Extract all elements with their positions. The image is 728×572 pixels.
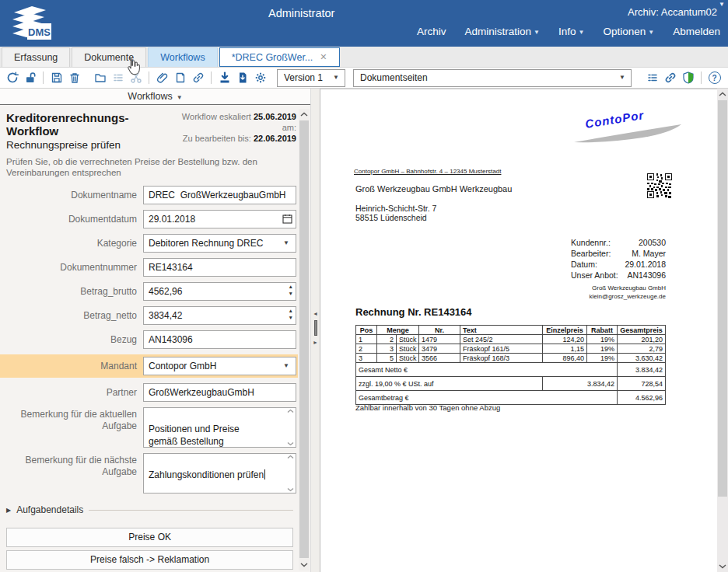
- chevron-down-icon: ▼: [619, 74, 625, 81]
- collapse-left-icon[interactable]: ◄: [313, 311, 318, 316]
- number-stepper[interactable]: ▲▼: [289, 284, 293, 296]
- download-icon[interactable]: [215, 68, 233, 87]
- field-label: Partner: [6, 387, 137, 398]
- scrollbar-thumb[interactable]: [718, 100, 727, 497]
- link-document-icon[interactable]: [661, 68, 679, 87]
- datum-value: 29.01.2018: [625, 259, 666, 270]
- field-label: Bezug: [6, 334, 137, 345]
- close-tab-icon[interactable]: ✕: [320, 52, 327, 62]
- refresh-icon[interactable]: [3, 68, 21, 87]
- invoice-header-row: Pos Menge Nr. Text Einzelpreis Rabatt Ge…: [356, 326, 666, 335]
- scroll-up-icon[interactable]: [717, 89, 728, 99]
- menu-abmelden[interactable]: Abmelden: [673, 26, 720, 37]
- bemerkung-aktuell-textarea[interactable]: Positionen und Preise gemäß Bestellung: [143, 407, 296, 448]
- bemerkung-naechste-textarea[interactable]: Zahlungskonditionen prüfen: [143, 453, 296, 494]
- note-icon[interactable]: [171, 68, 189, 87]
- kategorie-select[interactable]: Debitoren Rechnung DREC ▼: [143, 234, 296, 253]
- field-label: Kategorie: [6, 238, 137, 249]
- field-row-kategorie: Kategorie Debitoren Rechnung DREC ▼: [6, 234, 296, 253]
- panel-scrollbar[interactable]: [299, 109, 310, 570]
- field-row-bemerkung-naechste: Bemerkung für die nächste Aufgabe Zahlun…: [6, 453, 296, 494]
- workflow-title: Kreditorenrechnungs-Workflow: [6, 111, 173, 138]
- invoice-item-row: 12Stück1479Set 245/2124,2019%201,20: [356, 335, 666, 344]
- menu-archiv[interactable]: Archiv: [417, 26, 446, 37]
- link-icon[interactable]: [189, 68, 207, 87]
- folder-icon[interactable]: [91, 68, 109, 87]
- step-down-icon: ▼: [289, 316, 293, 320]
- partner-input[interactable]: [143, 383, 296, 402]
- qr-code: [647, 173, 672, 198]
- calendar-icon[interactable]: [282, 214, 292, 224]
- chevron-down-icon: ▼: [333, 74, 339, 81]
- workflow-description: Prüfen Sie, ob die verrechneten Preise d…: [6, 156, 285, 178]
- workflow-deadlines: Workflow eskaliert 25.06.2019 am: Zu bea…: [173, 111, 296, 151]
- export-document-icon[interactable]: [233, 68, 251, 87]
- task-details-expander[interactable]: ▶ Aufgabendetails: [6, 504, 296, 515]
- cut-icon[interactable]: [127, 68, 145, 87]
- view-mode-select[interactable]: Dokumentseiten ▼: [353, 69, 632, 87]
- preise-ok-button[interactable]: Preise OK: [6, 528, 293, 547]
- unlock-icon[interactable]: [21, 68, 39, 87]
- tab-dokumente[interactable]: Dokumente: [72, 47, 146, 67]
- scroll-up-icon[interactable]: [287, 455, 294, 459]
- scroll-down-icon[interactable]: [287, 441, 294, 446]
- shield-icon[interactable]: [679, 68, 697, 87]
- invoice-summary-ust: zzgl. 19,00 % € USt. auf 3.834,42 728,54: [356, 377, 666, 391]
- number-stepper[interactable]: ▲▼: [289, 309, 293, 320]
- dokumentname-input[interactable]: [143, 186, 296, 204]
- dms-logo: DMS: [6, 2, 54, 44]
- panel-splitter[interactable]: ◄ ►: [310, 89, 320, 572]
- toolbar-divider: [43, 72, 44, 84]
- field-row-dokumentnummer: Dokumentnummer: [6, 258, 296, 277]
- bezug-input[interactable]: [143, 330, 296, 349]
- attachment-icon[interactable]: [153, 68, 171, 87]
- document-scrollbar[interactable]: [717, 89, 728, 572]
- field-row-bemerkung-aktuell: Bemerkung für die aktuellen Aufgabe Posi…: [6, 407, 296, 448]
- dokumentnummer-input[interactable]: [143, 258, 296, 277]
- scrollbar-thumb[interactable]: [299, 120, 309, 558]
- tab-erfassung[interactable]: Erfassung: [2, 47, 70, 67]
- scroll-up-icon[interactable]: [287, 409, 294, 413]
- workflow-heading: Kreditorenrechnungs-Workflow Rechnungspr…: [6, 111, 173, 151]
- invoice-summary-netto: Gesamt Netto € 3.834,42: [356, 363, 666, 377]
- invoice-summary-gesamt: Gesamtbetrag € 4.562,96: [356, 391, 666, 405]
- betrag-netto-input[interactable]: [143, 306, 296, 325]
- contopor-logo: ContoPor: [571, 102, 695, 148]
- collapse-right-icon[interactable]: ►: [313, 340, 318, 345]
- scroll-up-icon[interactable]: [299, 109, 310, 120]
- preise-falsch-button[interactable]: Preise falsch -> Reklamation: [6, 550, 293, 570]
- scroll-down-icon[interactable]: [287, 487, 294, 492]
- dokumentdatum-input[interactable]: [143, 210, 296, 228]
- collapse-header-icon[interactable]: ▼: [719, 1, 725, 8]
- tab-open-document[interactable]: *DREC GroßWer... ✕: [219, 47, 340, 67]
- main-menu: Archiv Administration▼ Info▼ Optionen▼ A…: [417, 26, 720, 37]
- mandant-select[interactable]: Contopor GmbH ▼: [143, 357, 296, 375]
- scroll-down-icon[interactable]: [717, 561, 728, 572]
- splitter-grip[interactable]: [314, 320, 317, 336]
- index-list-icon[interactable]: [643, 68, 661, 87]
- help-icon[interactable]: ?: [705, 68, 723, 87]
- field-row-partner: Partner: [6, 383, 296, 402]
- document-preview: ContoPor Contopor GmbH – Bahnhofstr. 4 –…: [320, 89, 717, 572]
- settings-icon[interactable]: [251, 68, 269, 87]
- field-row-bezug: Bezug: [6, 330, 296, 349]
- text-caret: [264, 469, 265, 480]
- tab-workflows[interactable]: Workflows: [148, 47, 217, 67]
- checklist-icon[interactable]: [109, 68, 127, 87]
- scroll-down-icon[interactable]: [299, 560, 310, 570]
- field-label: Mandant: [6, 361, 137, 371]
- delete-icon[interactable]: [65, 68, 83, 87]
- recipient-company: Groß Werkzeugbau GmbH Werkzeugbau: [355, 184, 512, 194]
- version-select[interactable]: Version 1 ▼: [277, 69, 345, 87]
- save-icon[interactable]: [47, 68, 65, 87]
- recipient-street: Heinrich-Schicht-Str. 7: [355, 204, 436, 213]
- menu-administration[interactable]: Administration▼: [465, 26, 540, 37]
- chevron-down-icon: ▼: [579, 29, 585, 36]
- field-row-dokumentdatum: Dokumentdatum: [6, 210, 296, 228]
- recipient-city: 58515 Lüdenscheid: [355, 213, 427, 222]
- betrag-brutto-input[interactable]: [143, 282, 296, 301]
- menu-optionen[interactable]: Optionen▼: [603, 26, 654, 37]
- panel-title-dropdown[interactable]: Workflows▼: [0, 89, 310, 105]
- menu-info[interactable]: Info▼: [558, 26, 584, 37]
- field-row-betrag-brutto: Betrag_brutto ▲▼: [6, 282, 296, 301]
